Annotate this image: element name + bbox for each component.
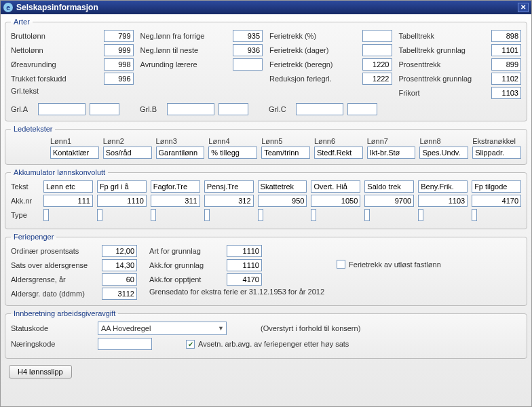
- app-icon: e: [3, 3, 13, 12]
- akk-nr-6[interactable]: [311, 195, 360, 207]
- input-artgrunnlag[interactable]: [227, 245, 262, 257]
- input-tabelltrekk[interactable]: [491, 30, 521, 42]
- akk-tekst-8[interactable]: [418, 180, 468, 193]
- lbl-ferietrekkdager: Ferietrekk (dager): [269, 46, 362, 54]
- akkumulator-legend: Akkumulator lønnskonvolutt: [11, 168, 108, 176]
- lbl-negfra: Neg.lønn fra forrige: [140, 32, 233, 40]
- akk-tekst-1[interactable]: [43, 180, 93, 193]
- akk-type-9[interactable]: [472, 209, 477, 221]
- akk-type-4[interactable]: [204, 209, 210, 221]
- h4-label: H4 lønnsslipp: [18, 368, 63, 376]
- input-grla-2[interactable]: [90, 103, 119, 115]
- chk-avsetn-label: Avsetn. arb.avg. av feriepenger etter hø…: [198, 340, 349, 348]
- input-oreavrunding[interactable]: [104, 58, 134, 71]
- lbl-nettolonn: Nettolønn: [11, 46, 104, 54]
- input-ferietrekkpct[interactable]: [362, 30, 392, 42]
- lbl-grlc: Grl.C: [269, 105, 292, 113]
- akk-tekst-4[interactable]: [204, 180, 254, 193]
- input-nettolonn[interactable]: [104, 44, 134, 56]
- led-val-3[interactable]: [156, 147, 205, 159]
- input-frikort[interactable]: [491, 87, 521, 99]
- input-aldersgrense[interactable]: [102, 273, 137, 286]
- akk-tekst-2[interactable]: [97, 180, 147, 193]
- lbl-grla: Grl.A: [11, 105, 34, 113]
- input-ferietrekkberegn[interactable]: [362, 58, 392, 71]
- input-aldersgrdato[interactable]: [102, 288, 137, 300]
- led-val-6[interactable]: [314, 147, 363, 159]
- lbl-akkopptjent: Akk.for opptjent: [149, 275, 223, 284]
- akk-nr-3[interactable]: [151, 195, 200, 207]
- input-grlc-1[interactable]: [296, 103, 343, 115]
- lbl-avrunding: Avrunding lærere: [140, 60, 233, 69]
- input-tabelltrekkgrl[interactable]: [491, 44, 521, 56]
- akk-nr-4[interactable]: [204, 195, 254, 207]
- ledetekster-legend: Ledetekster: [11, 125, 55, 133]
- led-val-9[interactable]: [472, 147, 521, 159]
- led-val-8[interactable]: [419, 147, 468, 159]
- input-ordinar[interactable]: [102, 245, 137, 257]
- led-hdr-3: Lønn3: [156, 137, 205, 145]
- akk-type-6[interactable]: [311, 209, 316, 221]
- chk-avsetn[interactable]: ✔ Avsetn. arb.avg. av feriepenger etter …: [186, 340, 349, 349]
- close-icon[interactable]: ✕: [518, 3, 529, 12]
- akk-tekst-6[interactable]: [311, 180, 360, 193]
- lbl-ferietrekkberegn: Ferietrekk (beregn): [269, 60, 362, 69]
- akk-type-8[interactable]: [418, 209, 423, 221]
- lbl-bruttolonn: Bruttolønn: [11, 32, 104, 40]
- lbl-frikort: Frikort: [399, 89, 492, 97]
- akk-nr-2[interactable]: [97, 195, 147, 207]
- checkbox-checked-icon: ✔: [186, 340, 195, 349]
- input-grlc-2[interactable]: [347, 103, 377, 115]
- akk-type-5[interactable]: [258, 209, 263, 221]
- input-reduksjon[interactable]: [362, 73, 392, 85]
- chk-ferietrekk-label: Ferietrekk av utløst fastlønn: [349, 260, 441, 269]
- input-akkgrunnlag[interactable]: [227, 259, 262, 271]
- led-hdr-9: Ekstranøkkel: [472, 137, 521, 145]
- input-bruttolonn[interactable]: [104, 30, 134, 42]
- chk-ferietrekk[interactable]: Ferietrekk av utløst fastlønn: [337, 260, 441, 269]
- akk-lbl-tekst: Tekst: [11, 182, 39, 191]
- akk-type-2[interactable]: [97, 209, 102, 221]
- akk-tekst-3[interactable]: [151, 180, 200, 193]
- feriepenger-group: Feriepenger Ordinær prosentsats Sats ove…: [5, 233, 527, 306]
- input-grlb-1[interactable]: [167, 103, 214, 115]
- checkbox-icon: [337, 260, 345, 269]
- led-val-4[interactable]: [208, 147, 257, 159]
- input-trukket[interactable]: [104, 73, 134, 85]
- lbl-artgrunnlag: Art for grunnlag: [149, 247, 223, 255]
- h4-lonnsslipp-button[interactable]: H4 lønnsslipp: [9, 365, 72, 379]
- led-val-1[interactable]: [50, 147, 99, 159]
- akk-nr-5[interactable]: [258, 195, 307, 207]
- input-satsover[interactable]: [102, 259, 137, 271]
- input-akkopptjent[interactable]: [227, 273, 262, 286]
- lbl-aldersgrdato: Aldersgr. dato (ddmm): [11, 290, 98, 298]
- input-grla-1[interactable]: [38, 103, 86, 115]
- lbl-aldersgrense: Aldersgrense, år: [11, 275, 98, 284]
- input-grlb-2[interactable]: [218, 103, 248, 115]
- select-statuskode[interactable]: AA Hovedregel ▼: [98, 322, 227, 335]
- led-val-7[interactable]: [367, 147, 416, 159]
- input-negfra[interactable]: [233, 30, 263, 42]
- input-negtil[interactable]: [233, 44, 263, 56]
- led-hdr-4: Lønn4: [208, 137, 257, 145]
- led-hdr-5: Lønn5: [261, 137, 310, 145]
- input-avrunding[interactable]: [233, 58, 263, 71]
- lbl-grlb: Grl.B: [140, 105, 163, 113]
- akk-tekst-5[interactable]: [258, 180, 307, 193]
- akk-type-3[interactable]: [151, 209, 156, 221]
- akk-tekst-9[interactable]: [472, 180, 521, 193]
- input-prosenttrekkgrl[interactable]: [491, 73, 521, 85]
- akk-nr-7[interactable]: [364, 195, 414, 207]
- led-val-5[interactable]: [261, 147, 310, 159]
- led-val-2[interactable]: [103, 147, 152, 159]
- akk-nr-1[interactable]: [43, 195, 93, 207]
- input-ferietrekkdager[interactable]: [362, 44, 392, 56]
- akk-nr-8[interactable]: [418, 195, 468, 207]
- akk-nr-9[interactable]: [472, 195, 521, 207]
- akk-type-1[interactable]: [43, 209, 49, 221]
- akk-type-7[interactable]: [364, 209, 370, 221]
- akk-tekst-7[interactable]: [364, 180, 414, 193]
- input-prosenttrekk[interactable]: [491, 58, 521, 71]
- lbl-oreavrunding: Øreavrunding: [11, 60, 104, 69]
- input-naeringskode[interactable]: [98, 338, 152, 350]
